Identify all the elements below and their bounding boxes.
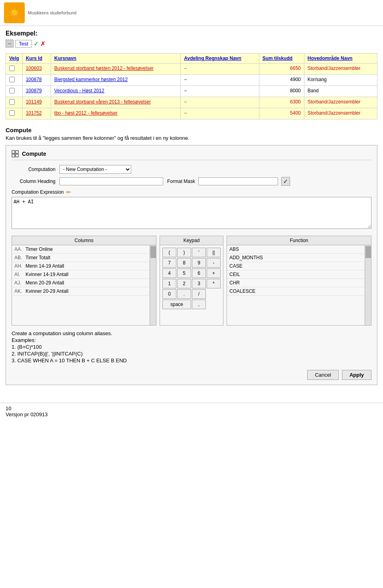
keypad-button[interactable]: - bbox=[207, 258, 221, 268]
row-kursid: 101149 bbox=[22, 97, 51, 108]
keypad-button[interactable]: || bbox=[207, 248, 221, 257]
footer-page-num: 10 bbox=[6, 405, 377, 411]
svg-rect-3 bbox=[16, 154, 18, 157]
col-kursid[interactable]: Kurs Id bbox=[22, 54, 51, 64]
keypad-space-button[interactable]: space bbox=[162, 300, 191, 309]
compute-heading: Compute bbox=[6, 127, 377, 133]
col-name: Menn 20-29 Antall bbox=[26, 280, 64, 286]
svg-rect-0 bbox=[12, 151, 15, 153]
example3: 3. CASE WHEN A = 10 THEN B + C ELSE B EN… bbox=[12, 358, 371, 364]
function-list[interactable]: ABSADD_MONTHSCASECEILCHRCOALESCE bbox=[227, 245, 365, 325]
keypad-button[interactable]: + bbox=[207, 268, 221, 278]
example1: 1. (B+C)*100 bbox=[12, 344, 371, 350]
function-list-wrap: ABSADD_MONTHSCASECEILCHRCOALESCE bbox=[227, 245, 371, 325]
keypad-button[interactable]: ' bbox=[192, 248, 206, 257]
col-function-panel: Function ABSADD_MONTHSCASECEILCHRCOALESC… bbox=[227, 236, 371, 326]
row-checkbox[interactable] bbox=[9, 77, 15, 82]
col-alias: AH. bbox=[14, 263, 26, 269]
function-scrollbar[interactable] bbox=[365, 245, 371, 325]
column-list-item[interactable]: AB.Timer Totalt bbox=[12, 254, 150, 262]
col-name: Kvinner 20-29 Antall bbox=[26, 288, 68, 294]
col-alias: AB. bbox=[14, 255, 26, 260]
column-list-item[interactable]: AA.Timer Online bbox=[12, 245, 150, 254]
comp-expr-label-text: Computation Expression bbox=[12, 189, 64, 195]
keypad-button[interactable]: . bbox=[177, 289, 191, 299]
keypad-button[interactable]: ( bbox=[162, 248, 176, 257]
keypad-button[interactable]: 8 bbox=[177, 258, 191, 268]
keypad-button[interactable]: 7 bbox=[162, 258, 176, 268]
row-checkbox-cell bbox=[6, 86, 23, 97]
function-list-item[interactable]: ABS bbox=[227, 245, 365, 254]
row-sum: 6300 bbox=[259, 97, 304, 108]
row-kursnavn: Vecordious - Høst 2012 bbox=[51, 86, 181, 97]
col-name: Kvinner 14-19 Antall bbox=[26, 272, 68, 277]
function-list-item[interactable]: CASE bbox=[227, 262, 365, 270]
keypad-button[interactable]: / bbox=[192, 289, 206, 299]
keypad-button[interactable]: 3 bbox=[192, 279, 206, 288]
row-sum: 5400 bbox=[259, 108, 304, 119]
row-checkbox[interactable] bbox=[9, 88, 15, 93]
check-icon[interactable]: ✓ bbox=[34, 40, 39, 48]
keypad-button[interactable]: * bbox=[207, 279, 221, 288]
col-name: Timer Totalt bbox=[26, 255, 50, 260]
columns-list-wrap: AA.Timer OnlineAB.Timer TotaltAH.Menn 14… bbox=[12, 245, 156, 325]
keypad-button[interactable]: 1 bbox=[162, 279, 176, 288]
format-mask-button[interactable]: ✓ bbox=[281, 177, 290, 186]
function-list-item[interactable]: CEIL bbox=[227, 270, 365, 279]
grid-icon bbox=[12, 150, 19, 157]
keypad-button[interactable]: 9 bbox=[192, 258, 206, 268]
row-sum: 6650 bbox=[259, 64, 304, 75]
function-list-item[interactable]: CHR bbox=[227, 279, 365, 287]
pencil-icon[interactable]: ✏ bbox=[66, 189, 71, 195]
page-footer: 10 Versjon pr 020913 bbox=[0, 403, 383, 420]
col-kursnavn[interactable]: Kursnavn bbox=[51, 54, 181, 64]
function-list-item[interactable]: COALESCE bbox=[227, 287, 365, 296]
format-mask-label: Format Mask bbox=[167, 179, 195, 184]
table-row: 100878Biergsted kammerkor høsten 2012−49… bbox=[6, 75, 377, 86]
format-mask-input[interactable] bbox=[198, 177, 278, 185]
row-kursnavn: Biergsted kammerkor høsten 2012 bbox=[51, 75, 181, 86]
panel-title-text: Compute bbox=[22, 151, 46, 157]
col-alias: AK. bbox=[14, 288, 26, 294]
keypad-button[interactable]: 5 bbox=[177, 268, 191, 278]
x-icon[interactable]: ✗ bbox=[40, 40, 45, 48]
keypad-button[interactable]: 2 bbox=[177, 279, 191, 288]
col-sum[interactable]: Sum tilskudd bbox=[259, 54, 304, 64]
function-list-item[interactable]: ADD_MONTHS bbox=[227, 254, 365, 262]
minus-button[interactable]: − bbox=[6, 40, 14, 48]
columns-scrollbar[interactable] bbox=[150, 245, 156, 325]
col-columns-panel: Columns AA.Timer OnlineAB.Timer TotaltAH… bbox=[12, 236, 156, 326]
apply-button[interactable]: Apply bbox=[342, 370, 371, 380]
logo: ☀️ bbox=[4, 2, 25, 23]
cancel-button[interactable]: Cancel bbox=[307, 370, 338, 380]
keypad-button[interactable]: ) bbox=[177, 248, 191, 257]
col-alias: AJ. bbox=[14, 280, 26, 286]
column-list-item[interactable]: AH.Menn 14-19 Antall bbox=[12, 262, 150, 270]
comp-expr-textarea[interactable] bbox=[12, 197, 371, 229]
comp-expr-label-row: Computation Expression ✏ bbox=[12, 189, 371, 195]
row-checkbox[interactable] bbox=[9, 110, 15, 116]
row-avdeling: − bbox=[181, 75, 259, 86]
keypad-button[interactable]: 6 bbox=[192, 268, 206, 278]
column-list-item[interactable]: AK.Kvinner 20-29 Antall bbox=[12, 287, 150, 296]
row-checkbox[interactable] bbox=[9, 66, 15, 71]
col-avdeling[interactable]: Avdeling Regnskap Navn bbox=[181, 54, 259, 64]
columns-list[interactable]: AA.Timer OnlineAB.Timer TotaltAH.Menn 14… bbox=[12, 245, 150, 325]
column-list-item[interactable]: AJ.Menn 20-29 Antall bbox=[12, 279, 150, 287]
column-list-item[interactable]: AI.Kvinner 14-19 Antall bbox=[12, 270, 150, 279]
col-hoved[interactable]: Hovedområde Navn bbox=[304, 54, 377, 64]
column-heading-input[interactable] bbox=[59, 177, 163, 185]
col-velg: Velg bbox=[6, 54, 23, 64]
keypad-button[interactable]: , bbox=[192, 300, 206, 309]
row-checkbox[interactable] bbox=[9, 99, 15, 105]
eksempel-label: Eksempel: bbox=[6, 30, 377, 37]
computation-select[interactable]: - New Computation - bbox=[59, 165, 131, 174]
row-kursnavn: Buskerud storband høsten 2012 - fellesøv… bbox=[51, 64, 181, 75]
row-sum: 4900 bbox=[259, 75, 304, 86]
keypad-button[interactable]: 0 bbox=[162, 289, 176, 299]
row-checkbox-cell bbox=[6, 75, 23, 86]
col-alias: AA. bbox=[14, 246, 26, 252]
bottom-buttons: Cancel Apply bbox=[12, 370, 371, 380]
keypad-button[interactable]: 4 bbox=[162, 268, 176, 278]
test-button[interactable]: Test bbox=[15, 40, 32, 48]
